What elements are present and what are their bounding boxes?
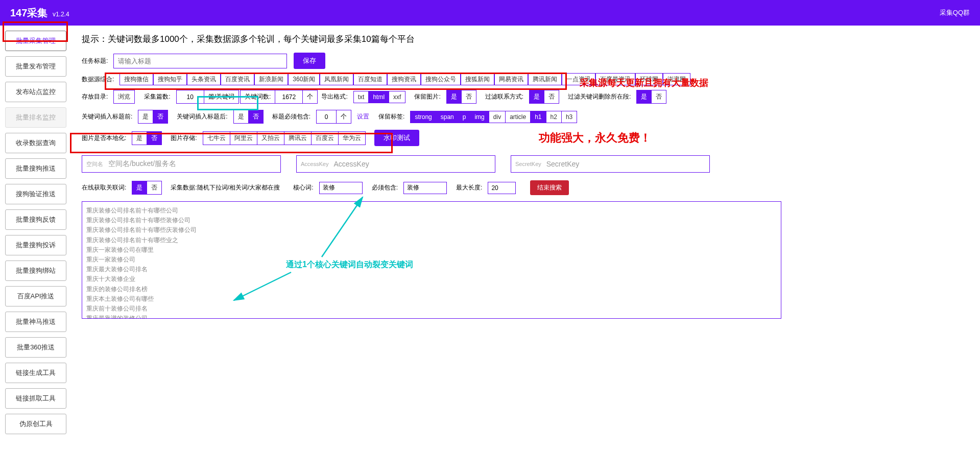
export-format-option[interactable]: txt [353, 91, 369, 103]
online-kw-label: 在线获取关联词: [82, 183, 126, 192]
keep-tag-option[interactable]: article [505, 111, 531, 123]
keywords-textarea[interactable] [82, 201, 781, 319]
task-title-label: 任务标题: [82, 57, 108, 65]
filter-contact-option[interactable]: 是 [529, 90, 544, 104]
sidebar: 批量采集管理批量发布管理发布站点监控批量排名监控收录数据查询批量搜狗推送搜狗验证… [0, 26, 71, 444]
keep-tag-option[interactable]: img [470, 111, 489, 123]
sidebar-item[interactable]: 批量发布管理 [5, 56, 66, 77]
fmt-label: 导出格式: [321, 92, 347, 101]
filter-contact-option[interactable]: 否 [544, 90, 559, 104]
insert-before-option[interactable]: 否 [153, 110, 168, 124]
sidebar-item[interactable]: 伪原创工具 [5, 414, 66, 434]
insert-after-option[interactable]: 是 [233, 110, 249, 124]
title-must-label: 标题必须包含: [272, 112, 310, 121]
sidebar-item[interactable]: 发布站点监控 [5, 82, 66, 102]
img-local-option[interactable]: 否 [147, 131, 162, 145]
source-tag[interactable]: 搜狗资讯 [387, 73, 421, 85]
brand: 147采集 v1.2.4 [10, 6, 69, 20]
sidebar-item[interactable]: 批量搜狗反馈 [5, 209, 66, 230]
brand-name: 147采集 [10, 7, 47, 18]
export-format-option[interactable]: xxf [389, 91, 405, 103]
sidebar-item[interactable]: 批量搜狗投诉 [5, 235, 66, 255]
sidebar-item[interactable]: 批量采集管理 [5, 31, 66, 51]
watermark-test-button[interactable]: 水印测试 [374, 130, 419, 146]
source-tag[interactable]: 搜狗微信 [119, 73, 153, 85]
img-local-option[interactable]: 是 [132, 131, 147, 145]
source-tag[interactable]: 搜狐新闻 [461, 73, 494, 85]
keep-tag-option[interactable]: p [458, 111, 471, 123]
kw-after-label: 关键词插入标题后: [177, 112, 227, 121]
source-tag[interactable]: 头条资讯 [187, 73, 221, 85]
keep-tag-option[interactable]: h3 [561, 111, 577, 123]
source-tag[interactable]: 凤凰新闻 [320, 73, 353, 85]
keep-image-option[interactable]: 是 [446, 90, 462, 104]
delete-paragraph-option[interactable]: 否 [651, 90, 666, 104]
contact-label: 过滤联系方式: [485, 92, 523, 101]
core-label: 核心词: [293, 183, 313, 192]
source-tag[interactable]: 360新闻 [288, 73, 320, 85]
source-tag[interactable]: 腾讯新闻 [528, 73, 562, 85]
task-title-input[interactable] [113, 54, 287, 68]
sidebar-item[interactable]: 批量搜狗绑站 [5, 261, 66, 281]
must-contain-input[interactable] [403, 182, 447, 194]
header-qq-link[interactable]: 采集QQ群 [940, 8, 970, 17]
img-store-option[interactable]: 阿里云 [230, 131, 257, 145]
maxlen-input[interactable] [488, 182, 516, 194]
img-store-label: 图片存储: [171, 134, 197, 143]
img-store-option[interactable]: 腾讯云 [284, 131, 312, 145]
secretkey-input[interactable]: SecretKey SecretKey [511, 155, 710, 173]
kw-count-input[interactable] [275, 90, 303, 104]
must-contain-label: 必须包含: [372, 183, 398, 192]
save-button[interactable]: 保存 [294, 53, 325, 69]
img-store-option[interactable]: 又拍云 [257, 131, 284, 145]
keep-image-option[interactable]: 否 [461, 90, 476, 104]
source-tag[interactable]: 百度资讯 [221, 73, 254, 85]
accesskey-input[interactable]: AccessKey AccessKey [296, 155, 495, 173]
bucket-input[interactable]: 空间名 空间名/bucket/服务名 [82, 155, 281, 173]
sidebar-item[interactable]: 链接生成工具 [5, 363, 66, 383]
sidebar-item[interactable]: 百度API推送 [5, 286, 66, 306]
app-header: 147采集 v1.2.4 采集QQ群 [0, 0, 980, 26]
sidebar-item[interactable]: 批量搜狗推送 [5, 158, 66, 179]
sources-label: 数据源综合: [82, 75, 114, 84]
sidebar-item[interactable]: 链接抓取工具 [5, 388, 66, 409]
core-input[interactable] [319, 182, 363, 194]
keep-tag-option[interactable]: strong [410, 111, 436, 123]
sidebar-item[interactable]: 收录数据查询 [5, 133, 66, 153]
delete-paragraph-option[interactable]: 是 [636, 90, 652, 104]
sidebar-item[interactable]: 批量360推送 [5, 337, 66, 358]
source-tag[interactable]: 新浪新闻 [254, 73, 288, 85]
source-tag[interactable]: 百度知道 [353, 73, 387, 85]
insert-after-option[interactable]: 否 [248, 110, 264, 124]
annotation-text-sources: 采集源每天更新且拥有大量数据 [580, 77, 708, 89]
brand-version: v1.2.4 [53, 11, 69, 18]
title-must-suffix: 个 [337, 110, 351, 124]
export-format-option[interactable]: html [368, 91, 389, 103]
keep-tag-option[interactable]: span [436, 111, 459, 123]
sidebar-item[interactable]: 批量神马推送 [5, 312, 66, 332]
kw-before-label: 关键词插入标题前: [82, 112, 132, 121]
count-input[interactable] [176, 90, 204, 104]
source-tag[interactable]: 搜狗知乎 [153, 73, 187, 85]
source-tag[interactable]: 网易资讯 [494, 73, 528, 85]
keep-tag-option[interactable]: div [489, 111, 506, 123]
keep-tag-option[interactable]: h2 [546, 111, 562, 123]
count-suffix: 篇/关键词 [204, 90, 239, 104]
browse-button[interactable]: 浏览 [113, 90, 135, 104]
sidebar-item[interactable]: 搜狗验证推送 [5, 184, 66, 204]
end-search-button[interactable]: 结束搜索 [530, 180, 569, 195]
keep-tag-option[interactable]: h1 [530, 111, 546, 123]
count-label: 采集篇数: [144, 92, 170, 101]
img-store-option[interactable]: 七牛云 [203, 131, 230, 145]
title-must-input[interactable] [316, 110, 337, 124]
del-label: 过滤关键词删除所在段: [568, 92, 631, 101]
online-kw-option[interactable]: 是 [132, 181, 147, 195]
online-kw-option[interactable]: 否 [147, 181, 162, 195]
kw-label: 关键词数: [240, 90, 275, 104]
source-tag[interactable]: 搜狗公众号 [421, 73, 461, 85]
img-store-option[interactable]: 华为云 [338, 131, 366, 145]
insert-before-option[interactable]: 是 [138, 110, 153, 124]
img-store-option[interactable]: 百度云 [311, 131, 339, 145]
settings-link[interactable]: 设置 [357, 112, 369, 121]
accesskey-prefix: AccessKey [301, 161, 328, 167]
